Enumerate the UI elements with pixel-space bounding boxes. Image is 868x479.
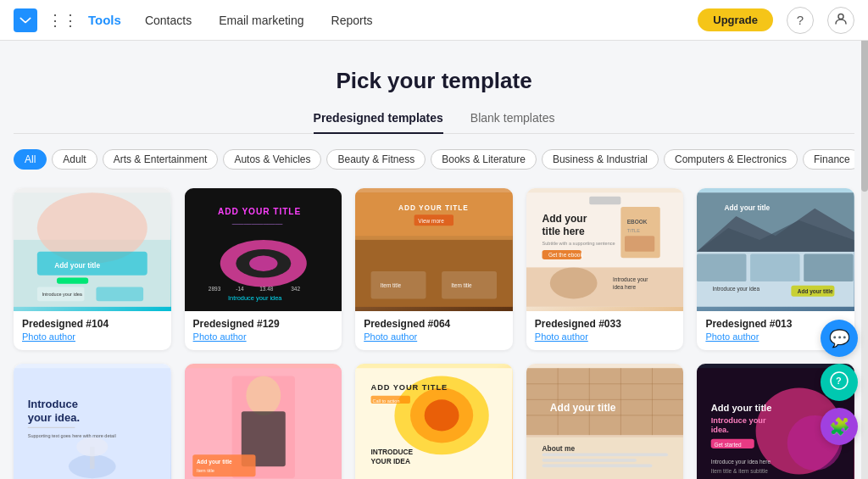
svg-text:-14: -14 [236,286,244,292]
svg-text:Item title & item subtitle: Item title & item subtitle [711,468,768,474]
main-content: Pick your template Predesigned templates… [0,41,868,479]
template-author-033[interactable]: Photo author [535,331,676,342]
template-thumb-r2-3: ADD YOUR TITLE Call to action INTRODUCE … [355,364,513,479]
svg-point-76 [425,399,459,431]
svg-text:Introduce your idea: Introduce your idea [228,294,282,302]
filter-books[interactable]: Books & Literature [431,149,537,170]
filter-adult[interactable]: Adult [52,149,97,170]
template-info-033: Predesigned #033 Photo author [526,311,684,350]
svg-rect-96 [542,464,652,467]
chat-float-button[interactable]: 💬 [821,320,858,357]
template-card-104[interactable]: Add your title Introduce your idea Prede… [14,188,171,350]
help-float-button[interactable]: ? [821,364,858,401]
filter-beauty[interactable]: Beauty & Fitness [326,149,426,170]
filter-computers[interactable]: Computers & Electronics [664,149,798,170]
template-card-r2-2[interactable]: Add your title Item title Predesigned #0… [185,364,342,479]
svg-text:Add your: Add your [542,213,587,225]
upgrade-button[interactable]: Upgrade [698,8,773,31]
question-icon: ? [797,13,804,27]
grid-icon[interactable]: ⋮⋮ [47,11,78,30]
svg-text:Introduce your idea: Introduce your idea [42,292,82,297]
svg-text:Introduce your: Introduce your [711,416,766,425]
svg-rect-54 [804,254,854,281]
template-thumb-r2-4: Add your title About me [526,364,684,479]
template-card-064[interactable]: ADD YOUR TITLE View more Item title Item… [355,188,513,350]
svg-text:Get started: Get started [715,442,742,448]
svg-text:INTRODUCE: INTRODUCE [371,448,414,456]
svg-rect-61 [28,427,75,428]
contacts-nav-link[interactable]: Contacts [145,14,192,27]
svg-text:Introduce your: Introduce your [613,276,648,283]
svg-text:2893: 2893 [208,286,220,292]
svg-rect-95 [542,459,636,462]
brevo-logo[interactable] [14,8,37,32]
reports-nav-link[interactable]: Reports [331,14,373,27]
page-scrollbar[interactable] [861,0,868,479]
svg-text:ADD YOUR TITLE: ADD YOUR TITLE [398,203,469,212]
email-marketing-nav-link[interactable]: Email marketing [219,14,303,27]
svg-rect-70 [192,454,255,476]
svg-text:YOUR IDEA: YOUR IDEA [371,457,410,465]
filter-bar: All Adult Arts & Entertainment Autos & V… [14,149,854,173]
template-info-064: Predesigned #064 Photo author [355,311,513,350]
template-grid-row1: Add your title Introduce your idea Prede… [14,188,854,350]
svg-rect-9 [96,287,143,302]
template-name-033: Predesigned #033 [535,318,676,330]
svg-text:ADD YOUR TITLE: ADD YOUR TITLE [371,383,448,392]
filter-autos[interactable]: Autos & Vehicles [223,149,321,170]
svg-text:Item title: Item title [381,282,402,288]
tab-blank[interactable]: Blank templates [470,111,555,133]
svg-text:Add your title: Add your title [197,459,232,465]
svg-text:your idea.: your idea. [28,411,80,424]
svg-text:Item title: Item title [451,282,472,288]
svg-text:idea here: idea here [613,284,636,290]
puzzle-icon: 🧩 [829,416,850,437]
template-thumb-033: EBOOK TITLE Add your title here Subtitle… [526,188,684,311]
svg-rect-37 [625,236,654,252]
template-card-033[interactable]: EBOOK TITLE Add your title here Subtitle… [526,188,684,350]
template-name-129: Predesigned #129 [193,318,334,330]
svg-text:Introduce your idea here: Introduce your idea here [711,459,771,465]
filter-all[interactable]: All [14,149,47,170]
svg-text:View more: View more [418,218,444,224]
help-float-icon: ? [830,371,849,394]
svg-text:Add your title: Add your title [550,402,616,414]
ai-float-button[interactable]: 🧩 [821,408,858,445]
template-card-r2-1[interactable]: Introduce your idea. Supporting text goe… [14,364,171,479]
user-icon [834,12,848,28]
svg-text:Item title: Item title [197,468,214,473]
svg-text:ADD YOUR TITLE: ADD YOUR TITLE [218,207,301,216]
template-author-129[interactable]: Photo author [193,331,334,342]
svg-rect-94 [542,453,667,456]
user-menu-button[interactable] [827,7,854,34]
template-card-r2-3[interactable]: ADD YOUR TITLE Call to action INTRODUCE … [355,364,513,479]
help-button[interactable]: ? [787,7,814,34]
svg-point-1 [838,14,843,19]
tools-nav-item[interactable]: Tools [88,13,121,27]
template-name-064: Predesigned #064 [364,318,504,330]
svg-rect-43 [526,267,684,306]
template-info-129: Predesigned #129 Photo author [185,311,342,350]
template-thumb-064: ADD YOUR TITLE View more Item title Item… [355,188,513,311]
template-thumb-r2-2: Add your title Item title [185,364,342,479]
svg-text:Add your title: Add your title [711,403,772,413]
svg-text:Supporting text goes here with: Supporting text goes here with more deta… [28,433,116,438]
filter-finance[interactable]: Finance [803,149,854,170]
svg-rect-52 [697,254,746,281]
svg-text:Add your title: Add your title [798,288,833,295]
template-thumb-013: Add your title Introduce your idea Add y… [697,188,854,311]
svg-rect-53 [750,254,799,281]
tab-predesigned[interactable]: Predesigned templates [314,111,443,133]
template-card-129[interactable]: ADD YOUR TITLE ───────────── 2893 -14 13… [185,188,342,350]
template-author-064[interactable]: Photo author [364,331,504,342]
svg-text:13.48: 13.48 [259,286,274,292]
filter-business[interactable]: Business & Industrial [542,149,659,170]
floating-action-buttons: 💬 ? 🧩 [821,320,858,445]
filter-arts[interactable]: Arts & Entertainment [103,149,219,170]
svg-text:Get the ebook: Get the ebook [548,252,583,258]
template-author-104[interactable]: Photo author [22,331,163,342]
template-card-r2-4[interactable]: Add your title About me Predesigned #055… [526,364,684,479]
navbar: ⋮⋮ Tools Contacts Email marketing Report… [0,0,868,41]
svg-rect-0 [18,14,33,26]
svg-text:Introduce your idea: Introduce your idea [713,286,760,292]
